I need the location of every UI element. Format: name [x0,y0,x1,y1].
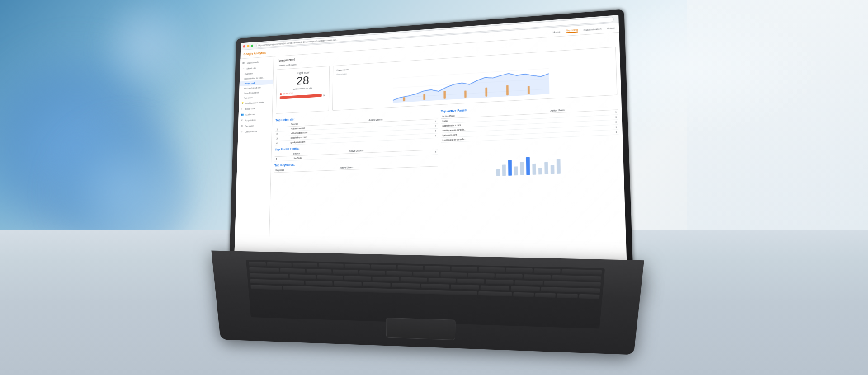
key [533,268,560,273]
key [535,293,556,298]
sidebar-search-keywords-label: Search keywords [244,91,259,94]
acquisition-icon: ↗ [241,119,244,122]
key [344,276,371,281]
sidebar-item-conversions[interactable]: ↻ Conversions [238,128,272,135]
conversions-icon: ↻ [241,130,244,134]
key [359,270,385,275]
svg-rect-6 [443,91,446,99]
key [478,267,505,272]
key [267,262,292,267]
ga-logo: Google Analytics [244,51,266,56]
svg-rect-13 [508,160,512,176]
key [392,283,420,288]
key [478,291,512,297]
key [514,292,534,297]
right-bar-chart-container [441,137,620,181]
nav-home[interactable]: Home [553,30,560,33]
sidebar-retroliens-label: Retroliens [244,96,253,99]
key [429,278,456,283]
svg-marker-3 [393,71,549,103]
key [317,275,343,280]
ga-body: ⊞ Dashboards ← Shortcuts Overview [234,33,627,270]
key [451,285,479,290]
key [524,274,551,279]
sidebar-recherche-label: Recherche sur site [244,86,261,90]
people-icon: 👥 [241,113,244,117]
key [515,280,543,285]
sidebar-audience-label: Audience [245,113,255,116]
svg-rect-20 [550,165,554,174]
svg-rect-5 [423,94,425,100]
sidebar-dashboards-label: Dashboards [247,61,259,64]
key [292,262,317,267]
sidebar-conversions-label: Conversions [245,130,257,133]
right-now-widget: Right now 28 active users on site DESKTO… [276,66,330,114]
key [413,272,439,277]
key [386,271,412,276]
bokeh-topleft [90,0,203,90]
chrome-maximize-dot [251,44,253,47]
key [250,273,288,278]
device-indicator-dot [280,93,282,95]
row-num: 4 [275,140,289,145]
laptop-screen-bezel: https://www.google.com/analytics/web/?hl… [229,9,633,274]
svg-rect-21 [556,159,560,174]
key [496,274,523,279]
sidebar-temps-reel-label: Temps reel [244,82,255,85]
scene: https://www.google.com/analytics/web/?hl… [0,0,868,375]
laptop: https://www.google.com/analytics/web/?hl… [217,14,651,366]
nav-admin[interactable]: Admin [607,26,615,29]
key [441,272,467,277]
key [344,264,370,269]
laptop-screen: https://www.google.com/analytics/web/?hl… [234,15,627,270]
keyboard-area [246,260,605,329]
sidebar-realtime-label: Real-Time [245,107,255,110]
sidebar-presentation-label: Présentation de l'aud... [244,76,264,80]
key [333,270,358,275]
top-active-pages-widget: Top Active Pages: Active Page Active Use… [441,100,618,143]
device-label: DESKTOP [283,92,292,95]
svg-rect-7 [464,91,467,98]
key [506,268,533,273]
right-bar-chart [441,137,620,180]
key [541,287,600,293]
key [421,284,449,289]
sidebar-shortcuts-label: Shortcuts [246,67,255,70]
key [481,285,509,290]
nav-reporting[interactable]: Reporting [566,28,578,33]
key [544,281,601,287]
key [280,268,305,273]
key [306,269,331,274]
ga-main-content: Temps reel ~ dernières 8 pages Right now… [269,33,627,270]
key [468,273,495,278]
key [579,294,600,299]
nav-customization[interactable]: Customization [584,28,602,32]
clock-icon: ○ [241,108,244,111]
svg-rect-14 [514,166,518,175]
svg-rect-4 [403,97,405,101]
bulb-icon: 💡 [241,102,245,105]
key [250,285,282,290]
keywords-col-keyword: Keyword [274,166,339,173]
key [319,263,344,268]
svg-rect-16 [526,157,530,175]
row-num: 1 [274,156,292,161]
key [249,267,279,272]
svg-rect-9 [506,85,509,95]
key [397,265,423,270]
key [334,281,361,286]
chrome-close-dot [243,45,245,47]
key [363,282,391,287]
svg-rect-18 [538,168,542,174]
key [371,264,396,269]
trackpad [386,318,455,340]
key [511,286,540,291]
key [561,269,602,275]
key [305,281,333,286]
right-now-value: 28 [280,74,326,88]
key [557,293,578,298]
key [457,279,485,284]
key [552,275,601,281]
ga-interface: https://www.google.com/analytics/web/?hl… [234,15,627,270]
behavior-icon: ⊟ [241,125,244,128]
